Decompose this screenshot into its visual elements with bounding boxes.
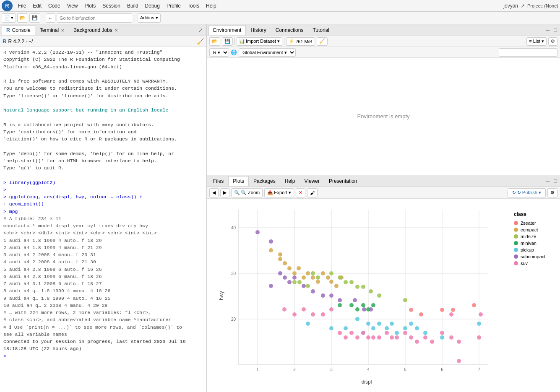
list-btn[interactable]: ≡ List ▾ — [526, 37, 547, 46]
menu-tools[interactable]: Tools — [185, 2, 202, 10]
plots-settings-button[interactable]: ⚙ — [547, 188, 557, 197]
console-line-11: Type 'contributors()' for more informati… — [3, 128, 203, 135]
environment-panel: Environment History Connections Tutorial… — [207, 24, 560, 175]
plots-tab-bar: Files Plots Packages Help Viewer Present… — [207, 175, 560, 187]
back-button[interactable]: ← — [46, 13, 55, 23]
terminal-close-icon[interactable]: ✕ — [61, 28, 64, 33]
console-prompt-1: > — [3, 186, 203, 193]
import-icon: 📊 — [239, 39, 245, 44]
svg-point-33 — [287, 266, 292, 270]
open-file-button[interactable]: 📂 — [17, 13, 28, 23]
svg-point-50 — [329, 271, 333, 275]
legend-dot-subcompact — [514, 254, 518, 259]
tab-history[interactable]: History — [246, 25, 271, 35]
env-search-input[interactable] — [499, 48, 557, 57]
svg-point-121 — [449, 312, 453, 317]
export-button[interactable]: 📤 Export ▾ — [264, 188, 294, 197]
console-output[interactable]: R version 4.2.2 (2022-10-31) -- "Innocen… — [0, 47, 206, 392]
tab-background-jobs[interactable]: Background Jobs ✕ — [69, 25, 122, 35]
plots-toolbar: ◀ ▶ 🔍 🔍 Zoom 📤 Export ▾ ✕ 🖌 — [207, 187, 560, 199]
tab-terminal[interactable]: Terminal ✕ — [35, 25, 69, 35]
clear-env-button[interactable]: 🧹 — [317, 37, 328, 46]
r-language-select[interactable]: R ▾ — [209, 48, 229, 57]
background-jobs-close-icon[interactable]: ✕ — [115, 28, 118, 33]
plot-legend: class 2seater compact midsize — [510, 199, 560, 392]
brush-button[interactable]: 🖌 — [307, 188, 318, 197]
legend-item-compact: compact — [514, 227, 556, 232]
console-line-7: Type 'license()' or 'licence()' for dist… — [3, 92, 203, 99]
svg-point-61 — [355, 307, 359, 312]
go-to-file-input[interactable] — [57, 13, 132, 23]
zoom-button[interactable]: 🔍 🔍 Zoom — [231, 188, 263, 197]
legend-dot-pickup — [514, 248, 518, 252]
svg-point-35 — [297, 266, 301, 270]
tab-help[interactable]: Help — [280, 176, 300, 186]
prev-plot-button[interactable]: ◀ — [209, 188, 219, 197]
save-workspace-button[interactable]: 💾 — [222, 37, 233, 46]
next-plot-button[interactable]: ▶ — [220, 188, 229, 197]
svg-point-43 — [334, 284, 339, 288]
env-settings-button[interactable]: ⚙ — [548, 37, 557, 46]
svg-point-93 — [338, 298, 342, 302]
tab-tutorial[interactable]: Tutorial — [308, 25, 334, 35]
svg-point-110 — [377, 335, 381, 340]
console-ggplot-cmd: > ggplot(mpg, aes(displ, hwy, colour = c… — [3, 193, 203, 200]
maximize-env-icon[interactable]: □ — [552, 26, 558, 34]
svg-point-81 — [477, 322, 481, 326]
svg-point-57 — [377, 293, 381, 298]
save-button[interactable]: 💾 — [29, 13, 40, 23]
svg-point-34 — [292, 271, 297, 275]
tab-console[interactable]: R Console — [2, 25, 35, 35]
svg-point-53 — [349, 280, 354, 284]
legend-label-suv: suv — [521, 261, 528, 266]
tab-files[interactable]: Files — [208, 176, 228, 186]
svg-point-27 — [451, 308, 455, 312]
tab-plots[interactable]: Plots — [228, 176, 249, 186]
minimize-plots-icon[interactable]: ─ — [544, 177, 551, 184]
svg-point-101 — [321, 312, 325, 317]
import-dataset-button[interactable]: 📊 Import Dataset ▾ — [237, 37, 282, 46]
tab-connections[interactable]: Connections — [271, 25, 308, 35]
tab-packages[interactable]: Packages — [249, 176, 280, 186]
delete-icon: ✕ — [299, 190, 302, 195]
expand-console-icon[interactable]: ⤢ — [196, 27, 205, 34]
console-line-17 — [3, 171, 203, 179]
console-row-5: 5 audi a4 2.8 1999 6 auto… f 16 26 — [3, 266, 203, 273]
svg-point-114 — [403, 331, 407, 335]
menu-plots[interactable]: Plots — [82, 2, 99, 10]
global-env-select[interactable]: Global Environment ▾ — [239, 48, 296, 57]
svg-point-123 — [477, 335, 481, 340]
menu-file[interactable]: File — [15, 2, 29, 10]
menu-session[interactable]: Session — [99, 2, 123, 10]
tab-presentation[interactable]: Presentation — [324, 176, 362, 186]
menu-help[interactable]: Help — [203, 2, 219, 10]
svg-point-58 — [403, 298, 407, 302]
menu-profile[interactable]: Profile — [164, 2, 184, 10]
menu-code[interactable]: Code — [45, 2, 63, 10]
menu-edit[interactable]: Edit — [30, 2, 44, 10]
save-workspace-icon: 💾 — [224, 39, 230, 44]
clear-console-icon[interactable]: 🧹 — [197, 38, 204, 45]
minimize-env-icon[interactable]: ─ — [544, 26, 551, 34]
new-file-button[interactable]: 📄▾ — [2, 13, 16, 23]
delete-plot-button[interactable]: ✕ — [296, 188, 305, 197]
maximize-plots-icon[interactable]: □ — [552, 177, 558, 184]
console-row-4: 4 audi a4 2 2008 4 auto… f 21 30 — [3, 258, 203, 265]
sign-out-icon[interactable]: ↗ — [521, 3, 525, 9]
addins-button[interactable]: Addins ▾ — [138, 13, 161, 23]
console-prompt-final[interactable]: > — [3, 353, 203, 360]
export-icon: 📤 — [267, 190, 273, 195]
svg-point-102 — [329, 307, 333, 312]
tab-environment[interactable]: Environment — [208, 25, 246, 35]
svg-point-118 — [430, 340, 434, 344]
menu-view[interactable]: View — [64, 2, 81, 10]
load-workspace-button[interactable]: 📂 — [209, 37, 220, 46]
tab-viewer[interactable]: Viewer — [300, 176, 324, 186]
legend-label-compact: compact — [521, 227, 538, 232]
toolbar-separator-2 — [135, 14, 135, 22]
menu-build[interactable]: Build — [124, 2, 141, 10]
console-line-1: R version 4.2.2 (2022-10-31) -- "Innocen… — [3, 49, 203, 56]
svg-point-51 — [338, 275, 342, 280]
publish-button[interactable]: ↻ ↻ Publish ▾ — [508, 188, 546, 197]
menu-debug[interactable]: Debug — [142, 2, 163, 10]
